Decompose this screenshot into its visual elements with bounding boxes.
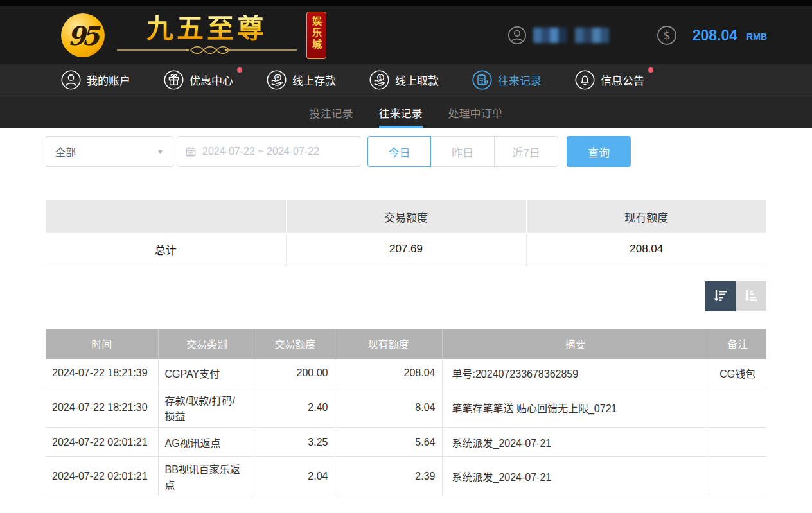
gift-icon [164,70,184,90]
today-button[interactable]: 今日 [367,136,431,167]
nav-label: 线上存款 [292,72,336,88]
table-row: 2024-07-22 02:01:21 BB视讯百家乐返点 2.04 2.39 … [46,457,766,496]
nav-item-withdraw[interactable]: $ 线上取款 [369,70,439,90]
brand-logo[interactable]: 95 九五至尊 娱乐城 [61,12,326,59]
table-row: 2024-07-22 18:21:30 存款/取款/打码/损益 2.40 8.0… [46,388,766,428]
cell-category: CGPAY支付 [158,359,256,388]
logo-title: 九五至尊 [146,15,267,43]
nav-label: 线上取款 [395,72,439,88]
cell-time: 2024-07-22 02:01:21 [46,457,158,496]
quick-range-group: 今日 昨日 近7日 [367,136,558,167]
nav-label: 我的账户 [87,72,130,88]
nav-item-my-account[interactable]: 我的账户 [61,70,130,90]
cell-remark [709,388,766,428]
nav-item-deposit[interactable]: ¥ 线上存款 [267,70,336,90]
date-range-value: 2024-07-22 ~ 2024-07-22 [202,146,319,157]
summary-balance-total: 208.04 [526,233,766,266]
summary-table: 交易额度 现有额度 总计 207.69 208.04 [46,200,766,266]
records-table: 时间 交易类别 交易额度 现有额度 摘要 备注 2024-07-22 18:21… [46,329,766,497]
cell-time: 2024-07-22 02:01:21 [46,428,158,457]
nav-label: 往来记录 [498,72,542,88]
summary-header-balance: 现有额度 [526,200,766,233]
table-row: 2024-07-22 18:21:39 CGPAY支付 200.00 208.0… [46,359,766,388]
svg-text:¥: ¥ [276,74,279,81]
bell-icon [575,70,595,90]
nav-item-promotions[interactable]: 优惠中心 [164,70,233,90]
balance-coin-icon: $ [657,25,677,46]
cell-summary: 系统派发_2024-07-21 [442,428,709,457]
cell-summary: 单号:202407233678362859 [442,359,709,388]
summary-transaction-total: 207.69 [286,233,526,266]
tab-transaction-records[interactable]: 往来记录 [379,96,423,128]
logo-95-icon: 95 [61,13,105,57]
notification-dot [237,67,242,73]
logo-flourish-icon [114,44,300,56]
notification-dot [648,67,653,73]
username-blurred [533,28,609,43]
cell-time: 2024-07-22 18:21:30 [46,388,158,428]
svg-text:$: $ [663,29,670,42]
col-summary: 摘要 [442,329,709,359]
top-strip [0,0,812,6]
sort-descending-icon [712,288,728,304]
user-avatar-icon [508,26,527,45]
user-info[interactable] [508,26,609,45]
summary-header-transaction: 交易额度 [286,200,526,233]
cell-transaction-amount: 2.40 [256,388,335,428]
cell-remark [709,428,766,457]
logo-badge: 娱乐城 [306,12,326,59]
col-remark: 备注 [709,329,766,359]
cell-summary: 笔笔存笔笔送 贴心回馈无上限_0721 [442,388,709,428]
filter-bar: 全部 ▼ 2024-07-22 ~ 2024-07-22 今日 昨日 近7日 查… [46,136,766,167]
withdraw-icon: $ [369,70,389,90]
cell-current-balance: 2.39 [335,457,442,496]
nav-label: 信息公告 [601,72,644,88]
cell-current-balance: 208.04 [335,359,442,388]
nav-item-records[interactable]: 往来记录 [472,70,542,90]
header: 95 九五至尊 娱乐城 [0,6,812,64]
summary-total-row: 总计 207.69 208.04 [46,233,766,266]
cell-category: AG视讯返点 [158,428,256,457]
table-row: 2024-07-22 02:01:21 AG视讯返点 3.25 5.64 系统派… [46,428,766,457]
svg-text:$: $ [379,74,382,81]
user-icon [61,70,81,90]
sort-bar [46,281,766,311]
nav-label: 优惠中心 [190,72,233,88]
col-time: 时间 [46,329,158,359]
cell-transaction-amount: 3.25 [256,428,335,457]
sub-nav: 投注记录 往来记录 处理中订单 [0,96,812,128]
tab-betting-records[interactable]: 投注记录 [310,96,353,128]
chevron-down-icon: ▼ [157,148,164,155]
balance-currency: RMB [746,31,767,42]
main-nav: 我的账户 优惠中心 ¥ 线上存款 $ 线上取款 [0,64,812,96]
records-header-row: 时间 交易类别 交易额度 现有额度 摘要 备注 [46,329,766,359]
deposit-icon: ¥ [267,70,287,90]
date-range-input[interactable]: 2024-07-22 ~ 2024-07-22 [177,136,360,167]
summary-header-empty [46,200,286,233]
cell-current-balance: 5.64 [335,428,442,457]
cell-remark: CG钱包 [709,359,766,388]
calendar-icon [185,146,197,157]
cell-remark [709,457,766,496]
col-transaction-amount: 交易额度 [256,329,335,359]
category-selected-value: 全部 [55,144,76,159]
records-icon [472,70,492,90]
col-current-balance: 现有额度 [335,329,442,359]
category-select[interactable]: 全部 ▼ [46,136,173,167]
tab-processing-orders[interactable]: 处理中订单 [448,96,503,128]
cell-current-balance: 8.04 [335,388,442,428]
logo-number: 95 [67,21,98,51]
cell-summary: 系统派发_2024-07-21 [442,457,709,496]
sort-descending-button[interactable] [705,281,736,311]
col-category: 交易类别 [158,329,256,359]
search-button[interactable]: 查询 [567,136,631,167]
cell-time: 2024-07-22 18:21:39 [46,359,158,388]
balance-amount: 208.04 [693,27,737,44]
sort-ascending-button[interactable] [736,281,766,311]
last7days-button[interactable]: 近7日 [495,136,558,167]
summary-total-label: 总计 [46,233,286,266]
nav-item-announcements[interactable]: 信息公告 [575,70,644,90]
cell-transaction-amount: 2.04 [256,457,335,496]
cell-category: 存款/取款/打码/损益 [158,388,256,428]
yesterday-button[interactable]: 昨日 [431,136,495,167]
